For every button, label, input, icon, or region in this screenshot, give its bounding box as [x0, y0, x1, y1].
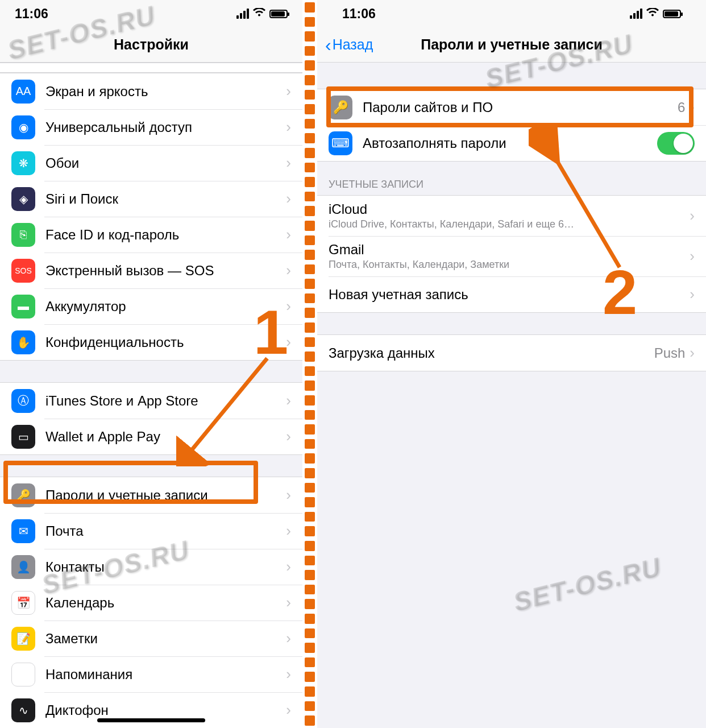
row-label: Почта	[45, 523, 281, 539]
keyboard-icon: ⌨	[329, 131, 352, 155]
chevron-right-icon: ›	[286, 262, 291, 279]
svg-line-1	[540, 132, 620, 267]
cellular-icon	[236, 9, 249, 19]
chevron-right-icon: ›	[286, 558, 291, 576]
row-icon: ⋮	[11, 663, 35, 686]
settings-row-3[interactable]: ◈Siri и Поиск›	[0, 181, 302, 217]
account-label: Gmail	[329, 242, 685, 258]
chevron-right-icon: ›	[690, 286, 695, 303]
row-label: Загрузка данных	[329, 345, 654, 361]
chevron-right-icon: ›	[286, 392, 291, 410]
chevron-right-icon: ›	[286, 594, 291, 611]
chevron-right-icon: ›	[286, 190, 291, 208]
settings-row-3[interactable]: 📅Календарь›	[0, 585, 302, 621]
battery-icon	[269, 10, 288, 18]
nav-title: Настройки	[114, 36, 189, 53]
annotation-arrow-1	[176, 353, 279, 466]
row-label: Обои	[45, 155, 281, 171]
settings-row-2[interactable]: 👤Контакты›	[0, 549, 302, 585]
row-label: Диктофон	[45, 702, 281, 718]
settings-row-1[interactable]: ◉Универсальный доступ›	[0, 109, 302, 145]
annotation-arrow-2	[529, 125, 631, 273]
row-icon: ▬	[11, 295, 35, 318]
row-icon: ✉	[11, 519, 35, 543]
settings-row-4[interactable]: ⎘Face ID и код-пароль›	[0, 217, 302, 253]
chevron-right-icon: ›	[690, 207, 695, 225]
row-detail: Push	[654, 345, 686, 361]
settings-row-6[interactable]: ∿Диктофон›	[0, 692, 302, 728]
nav-bar: ‹ Назад Пароли и учетные записи	[317, 27, 706, 63]
annotation-number-2: 2	[603, 256, 637, 328]
row-label: Календарь	[45, 595, 281, 611]
row-label: Универсальный доступ	[45, 119, 281, 135]
row-icon: ⎘	[11, 223, 35, 247]
battery-icon	[663, 10, 681, 18]
row-label: Экстренный вызов — SOS	[45, 263, 281, 279]
status-time: 11:06	[15, 6, 48, 22]
row-label: Контакты	[45, 559, 281, 575]
settings-row-1[interactable]: ✉Почта›	[0, 513, 302, 549]
accounts-section-header: УЧЕТНЫЕ ЗАПИСИ	[317, 162, 706, 195]
row-icon: 📅	[11, 591, 35, 615]
row-icon: SOS	[11, 259, 35, 283]
row-icon: Ⓐ	[11, 389, 35, 413]
svg-line-0	[188, 358, 267, 455]
chevron-right-icon: ›	[286, 665, 291, 683]
account-sublabel: iCloud Drive, Контакты, Календари, Safar…	[329, 218, 685, 230]
row-label: Напоминания	[45, 667, 281, 682]
cellular-icon	[630, 9, 642, 19]
row-icon: ◈	[11, 187, 35, 211]
nav-title: Пароли и учетные записи	[421, 36, 603, 53]
row-icon: ❋	[11, 151, 35, 175]
row-label: Face ID и код-пароль	[45, 227, 281, 243]
wifi-icon	[646, 8, 659, 20]
screenshot-right: 11:06 ‹ Назад Пароли и учетные записи 🔑 …	[317, 0, 706, 728]
chevron-left-icon: ‹	[325, 36, 331, 54]
row-icon: ◉	[11, 115, 35, 139]
status-bar: 11:06	[0, 0, 302, 27]
row-fetch-data[interactable]: Загрузка данных Push ›	[317, 335, 706, 371]
chevron-right-icon: ›	[690, 98, 695, 116]
account-row-0[interactable]: iCloudiCloud Drive, Контакты, Календари,…	[317, 196, 706, 236]
row-autofill-passwords[interactable]: ⌨ Автозаполнять пароли	[317, 125, 706, 161]
row-label: Пароли и учетные записи	[45, 487, 281, 503]
settings-row-0[interactable]: 🔑Пароли и учетные записи›	[0, 477, 302, 513]
chevron-right-icon: ›	[286, 82, 291, 100]
chevron-right-icon: ›	[690, 344, 695, 362]
row-label: Пароли сайтов и ПО	[363, 100, 678, 115]
row-detail: 6	[678, 100, 685, 115]
chevron-right-icon: ›	[286, 630, 291, 647]
settings-row-2[interactable]: ❋Обои›	[0, 145, 302, 181]
row-icon: 👤	[11, 555, 35, 579]
screenshot-divider	[302, 0, 317, 728]
autofill-toggle[interactable]	[657, 132, 695, 155]
wifi-icon	[253, 8, 265, 20]
chevron-right-icon: ›	[286, 522, 291, 540]
settings-row-5[interactable]: SOSЭкстренный вызов — SOS›	[0, 253, 302, 288]
chevron-right-icon: ›	[286, 154, 291, 172]
row-label: Конфиденциальность	[45, 334, 281, 350]
row-icon: AA	[11, 80, 35, 104]
back-button[interactable]: ‹ Назад	[325, 36, 373, 54]
row-icon: ✋	[11, 330, 35, 354]
chevron-right-icon: ›	[286, 701, 291, 719]
row-icon: ∿	[11, 698, 35, 722]
row-label: Экран и яркость	[45, 84, 281, 100]
settings-row-0[interactable]: AAЭкран и яркость›	[0, 73, 302, 109]
account-row-2[interactable]: Новая учетная запись›	[317, 276, 706, 312]
row-icon: 🔑	[11, 483, 35, 507]
account-label: iCloud	[329, 201, 685, 217]
settings-row-5[interactable]: ⋮Напоминания›	[0, 656, 302, 692]
chevron-right-icon: ›	[286, 118, 291, 136]
home-indicator	[97, 718, 205, 722]
annotation-number-1: 1	[254, 296, 288, 368]
row-icon: 📝	[11, 627, 35, 651]
status-time: 11:06	[342, 6, 376, 22]
row-label: Siri и Поиск	[45, 191, 281, 207]
status-bar: 11:06	[317, 0, 706, 27]
settings-row-4[interactable]: 📝Заметки›	[0, 621, 302, 656]
chevron-right-icon: ›	[286, 428, 291, 445]
account-row-1[interactable]: GmailПочта, Контакты, Календари, Заметки…	[317, 236, 706, 276]
row-website-passwords[interactable]: 🔑 Пароли сайтов и ПО 6 ›	[317, 89, 706, 125]
nav-bar: Настройки	[0, 27, 302, 63]
